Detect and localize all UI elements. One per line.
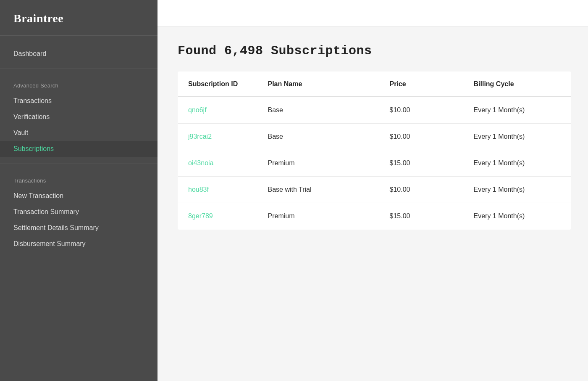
table-body: qno6jfBase$10.00Every 1 Month(s)j93rcai2… [178,97,571,230]
cell-price: $15.00 [380,150,464,177]
sidebar-item-dashboard[interactable]: Dashboard [0,46,158,62]
cell-plan-name: Base with Trial [258,177,380,203]
cell-billing-cycle: Every 1 Month(s) [464,177,571,203]
cell-plan-name: Premium [258,203,380,230]
subscription-id-link[interactable]: j93rcai2 [188,133,212,140]
main-header [158,0,588,27]
sidebar-transactions-label: Transactions [0,177,158,188]
sidebar-item-disbursement-summary[interactable]: Disbursement Summary [0,236,158,252]
cell-plan-name: Premium [258,150,380,177]
sidebar-item-vault[interactable]: Vault [0,125,158,141]
table-row: oi43noiaPremium$15.00Every 1 Month(s) [178,150,571,177]
cell-subscription-id: oi43noia [178,150,258,177]
cell-price: $15.00 [380,203,464,230]
table-header-row: Subscription ID Plan Name Price Billing … [178,72,571,97]
col-header-billing-cycle: Billing Cycle [464,72,571,97]
subscription-id-link[interactable]: 8ger789 [188,212,213,220]
subscriptions-table: Subscription ID Plan Name Price Billing … [178,71,571,230]
cell-billing-cycle: Every 1 Month(s) [464,97,571,124]
cell-subscription-id: hou83f [178,177,258,203]
subscription-id-link[interactable]: oi43noia [188,159,214,167]
subscription-id-link[interactable]: hou83f [188,186,209,193]
results-title: Found 6,498 Subscriptions [178,44,571,58]
cell-price: $10.00 [380,124,464,150]
sidebar-item-subscriptions[interactable]: Subscriptions [0,141,158,157]
main-content: Found 6,498 Subscriptions Subscription I… [158,27,588,246]
subscription-id-link[interactable]: qno6jf [188,106,207,114]
table-row: 8ger789Premium$15.00Every 1 Month(s) [178,203,571,230]
sidebar-logo: Braintree [13,12,63,25]
sidebar-divider-2 [0,164,158,164]
cell-subscription-id: 8ger789 [178,203,258,230]
cell-price: $10.00 [380,177,464,203]
sidebar-item-transaction-summary[interactable]: Transaction Summary [0,204,158,220]
sidebar-standalone-section: Dashboard [0,36,158,65]
table-row: qno6jfBase$10.00Every 1 Month(s) [178,97,571,124]
cell-subscription-id: j93rcai2 [178,124,258,150]
sidebar-divider-1 [0,69,158,69]
table-row: j93rcai2Base$10.00Every 1 Month(s) [178,124,571,150]
sidebar-advanced-search-section: Advanced Search Transactions Verificatio… [0,72,158,160]
table-row: hou83fBase with Trial$10.00Every 1 Month… [178,177,571,203]
col-header-plan-name: Plan Name [258,72,380,97]
sidebar-item-new-transaction[interactable]: New Transaction [0,188,158,204]
sidebar-item-settlement-details[interactable]: Settlement Details Summary [0,220,158,236]
sidebar-item-transactions[interactable]: Transactions [0,93,158,109]
col-header-subscription-id: Subscription ID [178,72,258,97]
cell-billing-cycle: Every 1 Month(s) [464,150,571,177]
col-header-price: Price [380,72,464,97]
sidebar-transactions-section: Transactions New Transaction Transaction… [0,167,158,255]
sidebar-item-verifications[interactable]: Verifications [0,109,158,125]
cell-plan-name: Base [258,97,380,124]
cell-plan-name: Base [258,124,380,150]
main-content-area: Found 6,498 Subscriptions Subscription I… [158,0,588,381]
cell-billing-cycle: Every 1 Month(s) [464,203,571,230]
cell-billing-cycle: Every 1 Month(s) [464,124,571,150]
cell-price: $10.00 [380,97,464,124]
sidebar-advanced-search-label: Advanced Search [0,82,158,93]
sidebar-header: Braintree [0,0,158,36]
sidebar: Braintree Dashboard Advanced Search Tran… [0,0,158,381]
cell-subscription-id: qno6jf [178,97,258,124]
